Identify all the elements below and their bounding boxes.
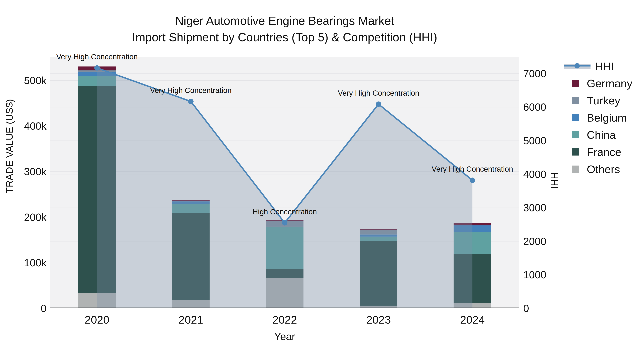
chart-title-line1: Niger Automotive Engine Bearings Market [50, 12, 519, 29]
y-right-tick-1000: 1000 [523, 269, 546, 281]
y-left-tick-500k: 500k [4, 74, 46, 86]
x-tick-2020: 2020 [84, 313, 109, 326]
chart-title-line2: Import Shipment by Countries (Top 5) & C… [50, 29, 519, 45]
legend-swatch-turkey [572, 97, 579, 104]
y-right-tick-7000: 7000 [523, 67, 546, 79]
chart-title: Niger Automotive Engine Bearings Market … [50, 12, 519, 45]
legend-line-marker-icon [574, 63, 580, 68]
legend-item-turkey[interactable]: Turkey [572, 92, 632, 109]
legend-label-belgium: Belgium [587, 111, 627, 124]
legend-label-china: China [587, 128, 616, 141]
y-right-tick-0: 0 [523, 302, 529, 314]
legend-item-france[interactable]: France [572, 143, 632, 161]
annotation-2024: Very High Concentration [432, 165, 513, 173]
plot-svg [50, 57, 519, 308]
y-left-tick-400k: 400k [4, 120, 46, 132]
legend-label-turkey: Turkey [587, 94, 620, 107]
legend-swatch-germany [572, 80, 579, 87]
legend: HHIGermanyTurkeyBelgiumChinaFranceOthers [572, 57, 632, 178]
y-left-tick-300k: 300k [4, 166, 46, 178]
annotation-2020: Very High Concentration [56, 52, 138, 61]
x-tick-2022: 2022 [272, 313, 297, 326]
annotation-2021: Very High Concentration [150, 86, 232, 95]
legend-item-germany[interactable]: Germany [572, 75, 632, 92]
legend-label-hhi: HHI [595, 60, 614, 73]
hhi-point-2024[interactable] [470, 178, 475, 183]
legend-item-china[interactable]: China [572, 126, 632, 143]
y-right-tick-6000: 6000 [523, 101, 546, 113]
y-axis-right-title: HHI [549, 170, 560, 191]
y-right-tick-4000: 4000 [523, 168, 546, 180]
x-tick-2023: 2023 [366, 313, 391, 326]
legend-label-others: Others [587, 163, 620, 176]
y-left-tick-100k: 100k [4, 257, 46, 269]
legend-swatch-china [572, 131, 579, 138]
legend-label-france: France [587, 146, 621, 158]
hhi-point-2021[interactable] [188, 99, 194, 104]
y-right-tick-3000: 3000 [523, 202, 546, 214]
legend-item-belgium[interactable]: Belgium [572, 109, 632, 126]
x-axis-title: Year [50, 330, 519, 342]
y-left-tick-200k: 200k [4, 211, 46, 223]
annotation-2022: High Concentration [252, 208, 317, 216]
hhi-area-fill [97, 68, 472, 308]
legend-item-hhi[interactable]: HHI [572, 57, 632, 75]
hhi-point-2022[interactable] [282, 220, 288, 226]
legend-swatch-france [572, 148, 579, 156]
x-tick-2021: 2021 [178, 313, 203, 326]
hhi-point-2020[interactable] [94, 65, 100, 71]
y-left-tick-0: 0 [4, 302, 46, 314]
annotation-2023: Very High Concentration [338, 89, 419, 97]
hhi-point-2023[interactable] [376, 101, 381, 107]
chart-canvas: Niger Automotive Engine Bearings Market … [0, 0, 644, 362]
legend-item-others[interactable]: Others [572, 161, 632, 178]
y-right-tick-5000: 5000 [523, 135, 546, 147]
y-right-tick-2000: 2000 [523, 235, 546, 247]
legend-line-sample-icon [564, 64, 590, 69]
x-tick-2024: 2024 [460, 313, 485, 326]
legend-label-germany: Germany [587, 77, 632, 90]
legend-swatch-belgium [572, 114, 579, 121]
legend-swatch-others [572, 166, 579, 173]
